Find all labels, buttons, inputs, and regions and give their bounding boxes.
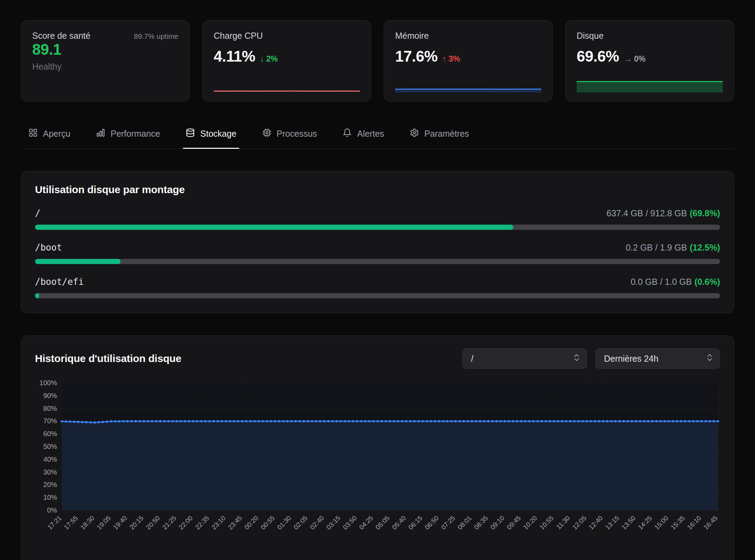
time-range-select[interactable]: Dernières 24h bbox=[595, 348, 720, 369]
svg-text:12:05: 12:05 bbox=[571, 514, 588, 531]
mount-progress-fill bbox=[35, 225, 513, 230]
svg-text:40%: 40% bbox=[43, 455, 57, 463]
mount-select[interactable]: / bbox=[462, 348, 587, 369]
svg-text:10%: 10% bbox=[43, 494, 57, 501]
disk-sparkline bbox=[577, 76, 723, 92]
disk-usage-panel: Utilisation disque par montage / 637.4 G… bbox=[21, 171, 734, 313]
grid-icon bbox=[28, 128, 38, 139]
svg-text:23:10: 23:10 bbox=[210, 514, 227, 531]
svg-text:16:45: 16:45 bbox=[702, 514, 719, 531]
gear-icon bbox=[410, 128, 419, 139]
mount-progress-track bbox=[35, 225, 720, 230]
svg-text:05:40: 05:40 bbox=[391, 514, 407, 531]
svg-text:02:40: 02:40 bbox=[309, 514, 325, 531]
svg-text:20:50: 20:50 bbox=[144, 514, 161, 531]
mount-progress-fill bbox=[35, 293, 39, 298]
svg-text:06:50: 06:50 bbox=[423, 514, 440, 531]
svg-text:08:35: 08:35 bbox=[473, 514, 489, 531]
mount-percent: (12.5%) bbox=[690, 243, 720, 252]
svg-text:08:01: 08:01 bbox=[456, 514, 473, 531]
mount-select-value: / bbox=[471, 354, 473, 364]
svg-text:07:25: 07:25 bbox=[440, 514, 456, 531]
svg-text:50%: 50% bbox=[43, 443, 57, 450]
bell-icon bbox=[343, 128, 352, 139]
mount-row-boot: /boot 0.2 GB / 1.9 GB(12.5%) bbox=[35, 242, 720, 264]
svg-text:01:30: 01:30 bbox=[276, 514, 292, 531]
mount-percent: (0.6%) bbox=[694, 277, 720, 287]
svg-text:11:30: 11:30 bbox=[555, 514, 571, 531]
tab-alertes[interactable]: Alertes bbox=[340, 121, 387, 148]
mount-progress-track bbox=[35, 293, 720, 298]
tab-label: Stockage bbox=[200, 129, 236, 139]
history-controls: / Dernières 24h bbox=[462, 348, 720, 369]
tab-bar: Aperçu Performance Stockage Processus Al… bbox=[21, 121, 734, 149]
cpu-icon bbox=[262, 128, 272, 139]
mount-percent: (69.8%) bbox=[690, 208, 720, 218]
memory-value: 17.6% bbox=[395, 48, 437, 65]
database-icon bbox=[186, 128, 195, 139]
tab-label: Paramètres bbox=[424, 129, 469, 139]
stats-row: Score de santé 89.7% uptime 89.1 Healthy… bbox=[21, 20, 734, 102]
svg-text:90%: 90% bbox=[43, 392, 57, 399]
tab-processus[interactable]: Processus bbox=[259, 121, 320, 148]
tab-parametres[interactable]: Paramètres bbox=[407, 121, 472, 148]
svg-text:10:20: 10:20 bbox=[522, 514, 539, 531]
svg-text:13:15: 13:15 bbox=[604, 514, 620, 531]
tab-apercu[interactable]: Aperçu bbox=[26, 121, 73, 148]
svg-text:80%: 80% bbox=[43, 405, 57, 412]
cpu-value: 4.11% bbox=[214, 48, 255, 65]
memory-delta: ↑ 3% bbox=[442, 54, 460, 64]
svg-text:14:25: 14:25 bbox=[637, 514, 653, 531]
svg-text:10:55: 10:55 bbox=[538, 514, 555, 531]
svg-text:09:45: 09:45 bbox=[505, 514, 522, 531]
svg-text:100%: 100% bbox=[39, 379, 57, 387]
svg-text:15:35: 15:35 bbox=[669, 514, 686, 531]
svg-text:0%: 0% bbox=[47, 506, 57, 514]
mount-row-boot-efi: /boot/efi 0.0 GB / 1.0 GB(0.6%) bbox=[35, 277, 720, 298]
mount-name: /boot bbox=[35, 242, 62, 253]
cpu-delta: ↓ 2% bbox=[260, 54, 278, 64]
tab-label: Aperçu bbox=[43, 129, 70, 139]
svg-text:20%: 20% bbox=[43, 481, 57, 488]
svg-text:22:00: 22:00 bbox=[177, 514, 194, 531]
svg-text:03:15: 03:15 bbox=[325, 514, 341, 531]
disk-history-chart: 0%10%20%30%40%50%60%70%80%90%100%17:2117… bbox=[35, 379, 720, 552]
svg-text:04:25: 04:25 bbox=[358, 514, 374, 531]
uptime-label: 89.7% uptime bbox=[134, 32, 178, 40]
cpu-sparkline bbox=[214, 76, 360, 92]
svg-text:05:05: 05:05 bbox=[374, 514, 391, 531]
svg-text:06:15: 06:15 bbox=[407, 514, 424, 531]
mount-progress-fill bbox=[35, 259, 121, 264]
svg-text:23:45: 23:45 bbox=[226, 514, 243, 531]
health-score-title: Score de santé bbox=[32, 31, 90, 41]
svg-text:15:00: 15:00 bbox=[653, 514, 669, 531]
svg-text:09:10: 09:10 bbox=[489, 514, 506, 531]
mount-row-root: / 637.4 GB / 912.8 GB(69.8%) bbox=[35, 208, 720, 230]
memory-card: Mémoire 17.6% ↑ 3% bbox=[384, 20, 553, 102]
svg-text:13:50: 13:50 bbox=[620, 514, 637, 531]
svg-text:19:05: 19:05 bbox=[95, 514, 112, 531]
mount-progress-track bbox=[35, 259, 720, 264]
health-score-card: Score de santé 89.7% uptime 89.1 Healthy bbox=[21, 20, 190, 102]
health-score-value: 89.1 bbox=[32, 41, 178, 58]
mount-usage: 637.4 GB / 912.8 GB(69.8%) bbox=[606, 208, 720, 218]
cpu-title: Charge CPU bbox=[214, 31, 263, 41]
svg-text:00:20: 00:20 bbox=[243, 514, 259, 531]
chevrons-up-down-icon bbox=[572, 353, 581, 364]
svg-text:20:15: 20:15 bbox=[128, 514, 145, 531]
svg-text:12:40: 12:40 bbox=[587, 514, 604, 531]
mount-usage: 0.2 GB / 1.9 GB(12.5%) bbox=[626, 243, 720, 253]
health-status-label: Healthy bbox=[32, 62, 178, 72]
tab-performance[interactable]: Performance bbox=[93, 121, 163, 148]
svg-text:18:30: 18:30 bbox=[79, 514, 96, 531]
tab-stockage[interactable]: Stockage bbox=[183, 121, 239, 148]
svg-text:17:55: 17:55 bbox=[63, 514, 79, 531]
mount-name: /boot/efi bbox=[35, 277, 84, 287]
tab-label: Alertes bbox=[357, 129, 384, 139]
svg-text:70%: 70% bbox=[43, 417, 57, 425]
disk-card: Disque 69.6% → 0% bbox=[565, 20, 734, 102]
disk-history-title: Historique d'utilisation disque bbox=[35, 353, 181, 364]
disk-value: 69.6% bbox=[577, 48, 619, 65]
tab-label: Performance bbox=[110, 129, 160, 139]
svg-text:19:40: 19:40 bbox=[112, 514, 128, 531]
